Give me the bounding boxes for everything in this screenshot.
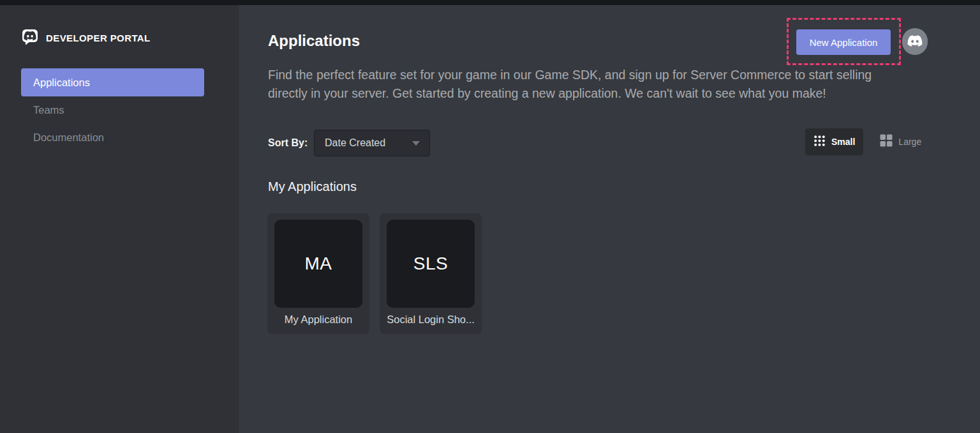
view-large-label: Large [898, 137, 921, 147]
app-initials: MA [305, 254, 332, 274]
sort-selected-value: Date Created [325, 137, 412, 149]
new-application-button[interactable]: New Application [796, 29, 891, 55]
sort-dropdown[interactable]: Date Created [314, 130, 430, 156]
app-thumbnail: SLS [387, 220, 475, 308]
view-size-toggles: Small Large [805, 128, 930, 155]
sidebar-item-label: Teams [33, 104, 64, 116]
sidebar-item-teams[interactable]: Teams [21, 96, 204, 124]
app-name: My Application [267, 314, 369, 326]
sidebar: DEVELOPER PORTAL Applications Teams Docu… [0, 5, 239, 433]
window-top-strip [0, 0, 980, 5]
brand: DEVELOPER PORTAL [21, 27, 151, 48]
caret-down-icon [412, 141, 420, 146]
developer-portal-window: DEVELOPER PORTAL Applications Teams Docu… [0, 0, 980, 433]
page-description: Find the perfect feature set for your ga… [268, 66, 896, 103]
app-thumbnail: MA [274, 220, 362, 308]
sidebar-item-label: Applications [33, 77, 90, 89]
grid-large-icon [880, 134, 893, 149]
grid-small-icon [813, 135, 826, 149]
sidebar-item-documentation[interactable]: Documentation [21, 124, 204, 151]
app-card-social-login-showcase[interactable]: SLS Social Login Sho... [380, 213, 482, 334]
applications-grid: MA My Application SLS Social Login Sho..… [267, 213, 482, 334]
view-large-toggle[interactable]: Large [872, 128, 930, 155]
view-small-label: Small [831, 137, 855, 147]
brand-title: DEVELOPER PORTAL [46, 33, 151, 43]
page-title: Applications [268, 32, 360, 50]
sidebar-nav: Applications Teams Documentation [21, 68, 204, 151]
app-name: Social Login Sho... [380, 314, 482, 326]
sidebar-item-label: Documentation [33, 132, 104, 144]
my-applications-heading: My Applications [268, 179, 357, 194]
user-avatar[interactable] [902, 29, 928, 55]
discord-logo-icon [21, 27, 39, 48]
view-small-toggle[interactable]: Small [805, 128, 863, 155]
discord-avatar-icon [902, 28, 928, 56]
app-card-my-application[interactable]: MA My Application [267, 213, 369, 334]
sort-by-label: Sort By: [268, 137, 308, 149]
sidebar-item-applications[interactable]: Applications [21, 68, 204, 96]
app-initials: SLS [413, 254, 448, 274]
